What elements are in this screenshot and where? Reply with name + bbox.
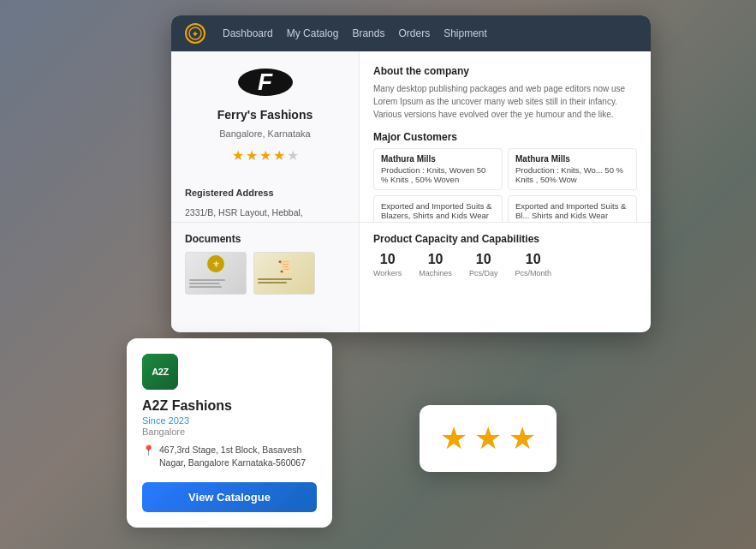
nav-logo: ✦ [185,23,205,44]
product-card-2: Exported and Imported Suits & Bl... Shir… [508,195,637,222]
workers-label: Workers [373,269,402,277]
svg-text:✦: ✦ [192,30,199,39]
star-1: ★ [232,147,244,164]
customer-2-details: Production : Knits, Wo... 50 % Knits , 5… [515,165,629,184]
pcs-month-label: Pcs/Month [515,269,551,277]
company-name: Ferry's Fashions [217,108,313,122]
capacity-pcs-month: 10 Pcs/Month [515,252,551,277]
nav-links: Dashboard My Catalog Brands Orders Shipm… [223,27,487,39]
customer-card-2: Mathura Mills Production : Knits, Wo... … [508,148,637,190]
a2z-logo: A2Z [142,354,178,390]
city-text: Bangalore [142,427,317,437]
star-5: ★ [287,147,299,164]
rating-star-1: ★ [440,421,467,457]
about-label: About the company [373,65,637,77]
capacity-label: Product Capacity and Capabilities [373,233,637,245]
customers-grid: Mathura Mills Production : Knits, Woven … [373,148,637,222]
shield-background: A2Z [142,354,178,390]
product-2-text: Exported and Imported Suits & Bl... Shir… [515,201,629,220]
nav-bar: ✦ Dashboard My Catalog Brands Orders Shi… [171,15,651,51]
rating-card: ★ ★ ★ [420,405,557,472]
company-right-panel: About the company Many desktop publishin… [360,51,651,222]
company-logo: F [238,69,293,96]
docs-thumbnails: ⚜ 📜 [185,252,345,295]
doc-thumb-2: 📜 [253,252,315,295]
capacity-pcs-day: 10 Pcs/Day [469,252,498,277]
customer-2-name: Mathura Mills [515,154,629,164]
product-card-1: Exported and Imported Suits & Blazers, S… [373,195,503,222]
company-location: Bangalore, Karnataka [219,128,310,139]
star-3: ★ [259,147,271,164]
major-customers-label: Major Customers [373,131,637,143]
pcs-month-value: 10 [515,252,551,267]
a2z-logo-text: A2Z [152,367,168,377]
brand-name: A2Z Fashions [142,398,317,414]
about-text: Many desktop publishing packages and web… [373,82,637,121]
nav-shipment[interactable]: Shipment [443,27,487,39]
rating-star-2: ★ [474,421,502,457]
product-1-text: Exported and Imported Suits & Blazers, S… [381,201,495,220]
capacity-grid: 10 Workers 10 Machines 10 Pcs/Day 10 Pcs… [373,252,637,277]
capacity-workers: 10 Workers [373,252,402,277]
rating-star-3: ★ [509,421,536,457]
address-label: Registered Address [185,188,274,198]
lower-brand-card: A2Z A2Z Fashions Since 2023 Bangalore 📍 … [127,338,332,528]
nav-brands[interactable]: Brands [352,27,384,39]
capacity-panel: Product Capacity and Capabilities 10 Wor… [360,223,651,332]
customer-1-details: Production : Knits, Woven 50 % Knits , 5… [381,165,495,184]
documents-label: Documents [185,233,345,245]
nav-catalog[interactable]: My Catalog [287,27,339,39]
star-4: ★ [273,147,285,164]
full-address: 467,3rd Stage, 1st Block, Basavesh Nagar… [159,444,317,471]
customer-card-1: Mathura Mills Production : Knits, Woven … [373,148,503,190]
view-catalogue-button[interactable]: View Catalogue [142,482,317,512]
company-left-panel: F Ferry's Fashions Bangalore, Karnataka … [171,51,360,222]
company-stars: ★ ★ ★ ★ ★ [232,147,299,164]
workers-value: 10 [373,252,402,267]
since-text: Since 2023 [142,415,317,426]
nav-dashboard[interactable]: Dashboard [223,27,273,39]
doc-thumb-1: ⚜ [185,252,247,295]
capacity-machines: 10 Machines [419,252,452,277]
address-row: 📍 467,3rd Stage, 1st Block, Basavesh Nag… [142,444,317,471]
customer-1-name: Mathura Mills [381,154,495,164]
browser-card: ✦ Dashboard My Catalog Brands Orders Shi… [171,15,651,332]
machines-value: 10 [419,252,452,267]
star-2: ★ [246,147,258,164]
pcs-day-label: Pcs/Day [469,269,498,277]
emblem-icon: ⚜ [207,255,224,272]
pcs-day-value: 10 [469,252,498,267]
machines-label: Machines [419,269,452,277]
nav-orders[interactable]: Orders [398,27,430,39]
location-pin-icon: 📍 [142,445,155,457]
documents-panel: Documents ⚜ 📜 [171,223,360,332]
